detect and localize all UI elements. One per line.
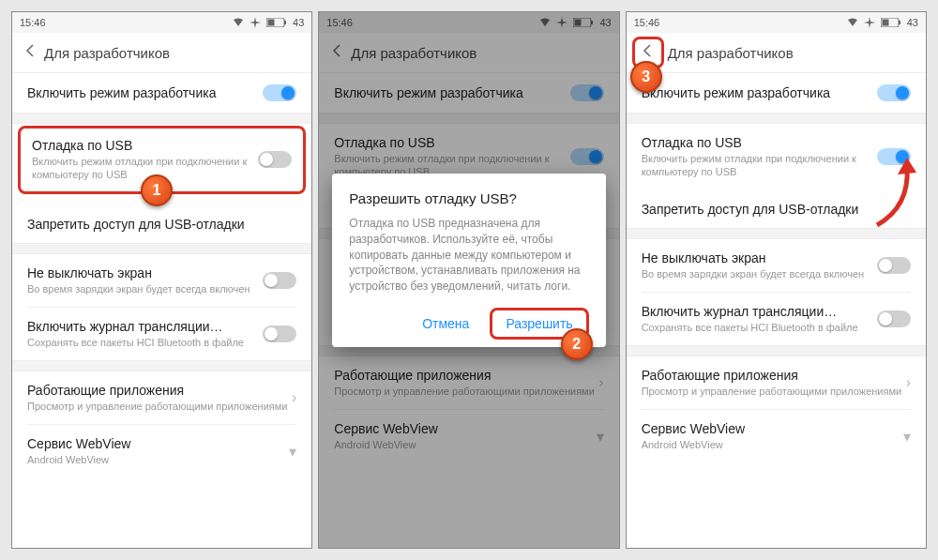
row-running-apps[interactable]: Работающие приложенияПросмотр и управлен… xyxy=(627,356,926,409)
battery-text: 43 xyxy=(907,17,918,28)
running-apps-label: Работающие приложения xyxy=(27,383,292,398)
dropdown-icon: ▾ xyxy=(289,443,296,461)
wifi-icon xyxy=(847,18,858,27)
webview-sub: Android WebView xyxy=(27,453,289,466)
step-badge-3: 3 xyxy=(630,61,662,93)
svg-rect-7 xyxy=(882,20,888,26)
phone-screen-2: 15:46 43 Для разработчиков Включить режи… xyxy=(318,11,619,549)
status-bar: 15:46 43 xyxy=(627,12,926,33)
battery-icon xyxy=(266,18,287,27)
row-bt-log[interactable]: Включить журнал трансляции…Сохранять все… xyxy=(627,293,926,345)
row-deny-usb[interactable]: Запретить доступ для USB-отладки xyxy=(627,190,926,228)
toggle-keep-screen[interactable] xyxy=(877,257,911,274)
toggle-dev-mode[interactable] xyxy=(263,84,296,101)
status-time: 15:46 xyxy=(634,17,660,28)
status-bar: 15:46 43 xyxy=(12,12,311,33)
toggle-usb-debug[interactable] xyxy=(258,151,292,168)
toggle-keep-screen[interactable] xyxy=(263,272,296,289)
dev-mode-label: Включить режим разработчика xyxy=(27,85,263,100)
deny-usb-label: Запретить доступ для USB-отладки xyxy=(27,217,296,232)
back-icon[interactable] xyxy=(18,39,44,66)
bt-log-sub: Сохранять все пакеты HCI Bluetooth в фай… xyxy=(27,336,263,349)
step-badge-2: 2 xyxy=(561,328,593,360)
airplane-icon xyxy=(864,17,875,28)
usb-debug-sub: Включить режим отладки при подключении к… xyxy=(32,155,258,182)
svg-rect-2 xyxy=(284,21,286,24)
dialog-title: Разрешить отладку USB? xyxy=(349,190,588,206)
highlight-usb-debug: Отладка по USB Включить режим отладки пр… xyxy=(18,126,306,194)
row-dev-mode[interactable]: Включить режим разработчика xyxy=(12,73,311,113)
keep-screen-sub: Во время зарядки экран будет всегда вклю… xyxy=(27,282,263,295)
header: Для разработчиков 3 xyxy=(627,33,926,73)
svg-rect-8 xyxy=(899,21,900,24)
row-keep-screen[interactable]: Не выключать экран Во время зарядки экра… xyxy=(12,254,311,307)
bt-log-label: Включить журнал трансляции… xyxy=(27,319,263,334)
row-webview[interactable]: Сервис WebView Android WebView ▾ xyxy=(12,425,311,477)
chevron-right-icon: › xyxy=(292,389,296,406)
airplane-icon xyxy=(250,17,261,28)
settings-content: Включить режим разработчика Отладка по U… xyxy=(627,73,926,548)
running-apps-sub: Просмотр и управление работающими прилож… xyxy=(27,400,292,413)
webview-label: Сервис WebView xyxy=(27,436,289,451)
battery-icon xyxy=(881,18,901,27)
header: Для разработчиков xyxy=(12,33,311,73)
row-keep-screen[interactable]: Не выключать экранВо время зарядки экран… xyxy=(627,239,926,292)
usb-debug-dialog: Разрешить отладку USB? Отладка по USB пр… xyxy=(332,174,605,347)
battery-text: 43 xyxy=(293,17,304,28)
row-bt-log[interactable]: Включить журнал трансляции… Сохранять вс… xyxy=(12,308,311,360)
phone-screen-1: 15:46 43 Для разработчиков Включить режи… xyxy=(11,11,312,549)
phone-screen-3: 15:46 43 Для разработчиков 3 Включить ре… xyxy=(626,11,927,549)
wifi-icon xyxy=(233,18,244,27)
chevron-right-icon: › xyxy=(906,374,911,391)
dialog-body: Отладка по USB предназначена для разрабо… xyxy=(349,216,588,295)
toggle-dev-mode[interactable] xyxy=(877,84,911,101)
page-title: Для разработчиков xyxy=(44,45,170,61)
cancel-button[interactable]: Отмена xyxy=(407,309,484,339)
toggle-bt-log[interactable] xyxy=(263,325,296,342)
page-title: Для разработчиков xyxy=(668,45,794,61)
status-time: 15:46 xyxy=(20,17,46,28)
toggle-bt-log[interactable] xyxy=(877,310,911,327)
step-badge-1: 1 xyxy=(141,174,173,206)
row-webview[interactable]: Сервис WebViewAndroid WebView ▾ xyxy=(627,410,926,462)
toggle-usb-debug[interactable] xyxy=(877,148,911,165)
row-running-apps[interactable]: Работающие приложения Просмотр и управле… xyxy=(12,371,311,424)
dropdown-icon: ▾ xyxy=(903,428,911,446)
keep-screen-label: Не выключать экран xyxy=(27,265,263,280)
row-dev-mode[interactable]: Включить режим разработчика xyxy=(627,73,926,113)
usb-debug-label: Отладка по USB xyxy=(32,138,258,153)
svg-rect-1 xyxy=(268,20,275,26)
settings-content: Включить режим разработчика Отладка по U… xyxy=(12,73,311,548)
row-usb-debug[interactable]: Отладка по USB Включить режим отладки пр… xyxy=(627,124,926,190)
